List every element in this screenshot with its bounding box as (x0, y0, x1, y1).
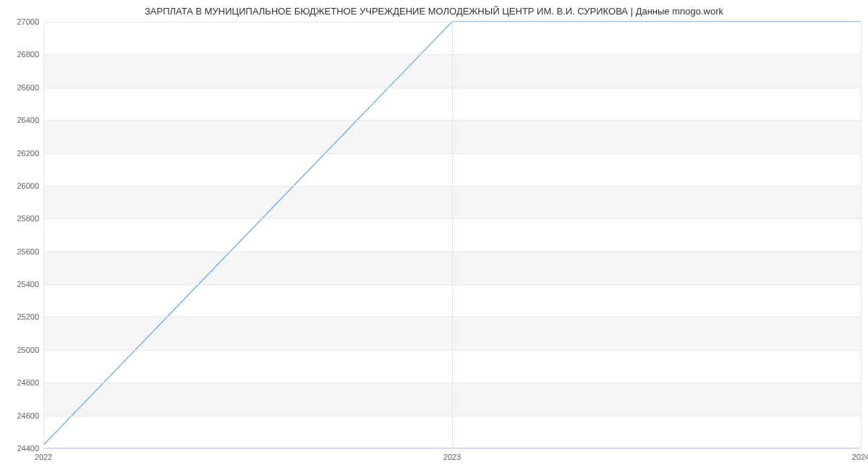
y-tick-label: 25400 (17, 280, 43, 289)
y-tick-label: 25200 (17, 312, 43, 321)
y-tick-label: 26600 (17, 83, 43, 92)
y-tick-label: 27000 (17, 17, 43, 26)
x-tick-label: 2022 (35, 448, 52, 461)
y-tick-label: 24600 (17, 411, 43, 420)
y-tick-label: 26800 (17, 50, 43, 59)
salary-line-chart: ЗАРПЛАТА В МУНИЦИПАЛЬНОЕ БЮДЖЕТНОЕ УЧРЕЖ… (0, 0, 868, 470)
y-tick-label: 26200 (17, 149, 43, 158)
y-tick-label: 24800 (17, 378, 43, 387)
chart-title: ЗАРПЛАТА В МУНИЦИПАЛЬНОЕ БЮДЖЕТНОЕ УЧРЕЖ… (0, 6, 868, 17)
y-tick-label: 26400 (17, 116, 43, 124)
x-tick-label: 2024 (852, 448, 868, 461)
y-tick-label: 26000 (17, 181, 43, 190)
y-tick-label: 25000 (17, 346, 43, 354)
x-gridline (43, 22, 44, 448)
plot-area: 2440024600248002500025200254002560025800… (43, 22, 861, 448)
y-tick-label: 25600 (17, 247, 43, 256)
y-tick-label: 25800 (17, 214, 43, 223)
x-gridline (861, 22, 861, 448)
x-gridline (452, 22, 453, 448)
x-tick-label: 2023 (443, 448, 461, 461)
